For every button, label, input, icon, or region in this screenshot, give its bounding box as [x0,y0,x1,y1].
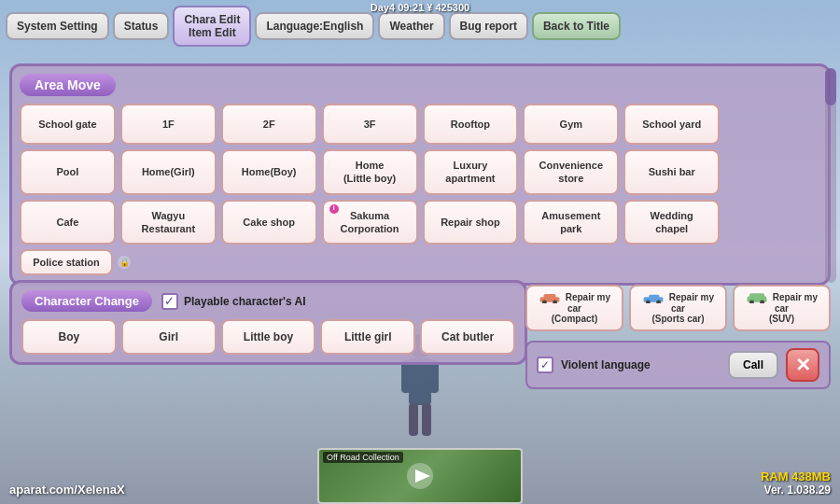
video-thumb-label: Off Road Collection [323,452,403,463]
violent-language-checkbox[interactable]: ✓ [537,357,553,373]
scrollbar[interactable] [825,63,836,278]
scrollbar-thumb[interactable] [825,68,836,105]
area-home-boy[interactable]: Home(Boy) [221,149,317,195]
character-grid: Boy Girl Little boy Little girl Cat butl… [21,319,515,355]
back-to-title-button[interactable]: Back to Title [532,12,621,40]
repair-car-row: Repair my car(Compact) Repair my car(Spo… [525,285,831,331]
svg-rect-7 [544,294,556,299]
day-info: Day4 09:21 ¥ 425300 [371,2,469,13]
chara-edit-button[interactable]: Chara Edit Item Edit [173,6,251,47]
area-empty-2 [724,149,820,195]
area-cafe[interactable]: Cafe [20,200,116,245]
area-gym[interactable]: Gym [523,104,619,145]
svg-rect-15 [749,294,764,299]
area-move-panel: Area Move School gate 1F 2F 3F Rooftop G… [9,63,831,286]
playable-ai-label: Playable character's AI [184,295,305,308]
system-setting-button[interactable]: System Setting [6,12,109,40]
area-home-girl[interactable]: Home(Girl) [120,149,217,195]
area-3f[interactable]: 3F [322,104,418,145]
video-thumbnail[interactable]: Off Road Collection [317,448,523,504]
video-play-icon [397,457,443,495]
char-girl-button[interactable]: Girl [121,319,217,355]
area-school-gate[interactable]: School gate [20,104,116,145]
violent-language-row: ✓ Violent language Call ✕ [525,341,831,389]
weather-button[interactable]: Weather [378,12,444,40]
area-home-little-boy[interactable]: Home(Little boy) [322,149,418,195]
svg-rect-4 [409,403,418,436]
checkbox-area: ✓ Playable character's AI [161,293,305,310]
character-change-header: Character Change ✓ Playable character's … [21,290,515,312]
area-school-yard[interactable]: School yard [623,104,720,145]
char-boy-button[interactable]: Boy [21,319,117,355]
area-rooftop[interactable]: Rooftop [423,104,519,145]
char-little-girl-button[interactable]: Little girl [320,319,415,355]
repair-sports-button[interactable]: Repair my car(Sports car) [629,285,727,331]
area-empty-3 [724,200,820,245]
area-repair-shop[interactable]: Repair shop [423,200,519,245]
partial-row: Police station 🔒 [20,249,820,275]
area-sushi-bar[interactable]: Sushi bar [623,149,720,195]
violent-language-label: Violent language [561,358,721,371]
suv-car-icon [746,292,768,303]
status-button[interactable]: Status [113,12,170,40]
character-change-title: Character Change [21,290,152,312]
ram-info: RAM 438MB [761,469,831,483]
area-police-station[interactable]: Police station [20,249,113,275]
close-button[interactable]: ✕ [786,348,819,382]
call-button[interactable]: Call [728,351,778,379]
bottom-right-info: RAM 438MB Ver. 1.038.29 [761,469,831,497]
area-grid: School gate 1F 2F 3F Rooftop Gym School … [20,104,820,245]
info-dot-icon: i [329,204,339,214]
repair-car-panel: Repair my car(Compact) Repair my car(Spo… [525,285,831,389]
area-wagyu-restaurant[interactable]: WagyuRestaurant [120,200,217,245]
area-amusement-park[interactable]: Amusementpark [523,200,619,245]
svg-rect-11 [649,295,659,299]
svg-rect-1 [409,358,431,405]
bug-report-button[interactable]: Bug report [449,12,528,40]
area-luxury-apartment[interactable]: Luxuryapartment [423,149,519,195]
area-move-title: Area Move [20,74,116,96]
repair-compact-button[interactable]: Repair my car(Compact) [525,285,623,331]
sports-car-icon [642,292,665,303]
area-pool[interactable]: Pool [20,149,116,195]
compact-car-icon [539,292,561,303]
scrollbar-track [825,68,836,283]
char-little-boy-button[interactable]: Little boy [221,319,316,355]
svg-rect-5 [422,403,431,436]
area-convenience-store[interactable]: Conveniencestore [523,149,619,195]
language-button[interactable]: Language:English [255,12,374,40]
svg-rect-3 [429,360,439,393]
area-2f[interactable]: 2F [221,104,317,145]
version-info: Ver. 1.038.29 [761,483,831,497]
char-cat-butler-button[interactable]: Cat butler [420,319,515,355]
area-wedding-chapel[interactable]: Weddingchapel [623,200,720,245]
svg-rect-2 [401,360,411,393]
playable-ai-checkbox[interactable]: ✓ [161,293,178,310]
watermark: aparat.com/XelenaX [9,483,125,497]
repair-suv-button[interactable]: Repair my car(SUV) [733,285,831,331]
area-1f[interactable]: 1F [120,104,217,145]
area-empty-1 [724,104,820,145]
character-change-panel: Character Change ✓ Playable character's … [9,280,527,365]
area-cake-shop[interactable]: Cake shop [221,200,317,245]
area-sakuma-corporation[interactable]: i SakumaCorporation [322,200,418,245]
police-icon: 🔒 [118,256,131,269]
